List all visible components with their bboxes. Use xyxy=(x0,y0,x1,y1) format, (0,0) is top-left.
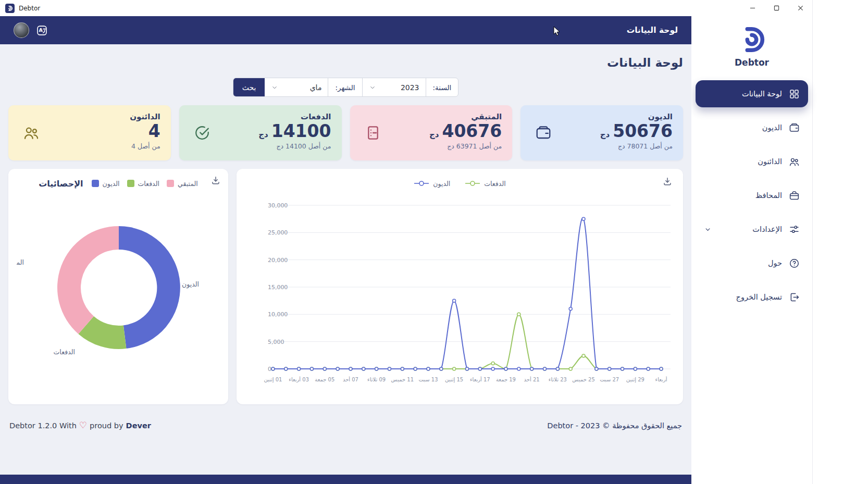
legend-item[interactable]: الديون xyxy=(92,180,120,188)
logout-icon xyxy=(789,292,800,303)
main-area: لوحة البيانات A لوحة البيانات السنة: 202… xyxy=(0,16,691,484)
sidebar-item-settings[interactable]: الإعدادات xyxy=(696,216,808,243)
svg-text:23 ثلاثاء: 23 ثلاثاء xyxy=(549,377,567,382)
chevron-down-icon xyxy=(704,226,712,233)
app-logo-icon xyxy=(5,4,15,13)
svg-text:15,000: 15,000 xyxy=(268,284,288,291)
svg-text:17 أربعاء: 17 أربعاء xyxy=(470,376,490,382)
sliders-icon xyxy=(789,224,800,235)
svg-text:21 أحد: 21 أحد xyxy=(524,376,540,382)
users-icon xyxy=(23,125,40,141)
wallet-icon xyxy=(789,122,800,133)
svg-text:13 سبت: 13 سبت xyxy=(418,377,438,382)
stat-subtitle: من أصل 63971 دج xyxy=(361,142,502,150)
titlebar: Debtor xyxy=(0,0,812,16)
dever-brand: Dever xyxy=(126,421,151,430)
stat-title: الدائنون xyxy=(19,112,160,121)
legend-swatch xyxy=(167,180,174,187)
svg-text:19 جمعة: 19 جمعة xyxy=(496,377,516,382)
sidebar-item-label: تسجيل الخروج xyxy=(736,293,782,301)
topbar-actions: A xyxy=(14,22,48,38)
sidebar-item-label: لوحة البيانات xyxy=(742,90,782,98)
legend-item[interactable]: الدفعات xyxy=(465,180,505,188)
donut-label: الدفعات xyxy=(54,348,75,356)
stat-card-invoice: المتبقي40676دجمن أصل 63971 دج xyxy=(350,105,513,160)
svg-text:09 ثلاثاء: 09 ثلاثاء xyxy=(367,377,386,382)
minimize-button[interactable] xyxy=(740,0,764,16)
purse-icon xyxy=(789,190,800,201)
svg-text:25 خميس: 25 خميس xyxy=(572,377,595,382)
month-select[interactable]: ماي xyxy=(265,78,328,96)
sidebar-item-about[interactable]: حول xyxy=(696,250,808,277)
donut-label: الديون xyxy=(182,280,199,289)
close-button[interactable] xyxy=(788,0,812,16)
app-window: Debtor Debtor لوحة البياناتالديونالدائنو… xyxy=(0,0,813,484)
stat-value: 50676دج xyxy=(531,122,673,141)
stat-card-users: الدائنون4من أصل 4 xyxy=(8,105,171,160)
page-title: لوحة البيانات xyxy=(8,56,683,69)
donut-segment-3 xyxy=(57,226,119,334)
line-chart-card: الديونالدفعات 05,00010,00015,00020,00025… xyxy=(237,169,683,404)
stat-subtitle: من أصل 4 xyxy=(19,142,160,150)
users-icon xyxy=(789,156,800,167)
footer: جميع الحقوق محفوظة © Debtor - 2023 Debto… xyxy=(8,421,683,430)
svg-text:05 جمعة: 05 جمعة xyxy=(315,377,334,382)
svg-text:0: 0 xyxy=(268,366,271,373)
month-value: ماي xyxy=(310,83,322,92)
stat-card-wallet: الديون50676دجمن أصل 78071 دج xyxy=(520,105,683,160)
search-button[interactable]: بحث xyxy=(233,78,265,96)
stat-value: 40676دج xyxy=(361,122,502,141)
stat-value: 14100دج xyxy=(190,122,331,141)
svg-text:29 إثنين: 29 إثنين xyxy=(626,377,644,383)
translate-icon[interactable]: A xyxy=(36,24,48,36)
sidebar-item-label: حول xyxy=(768,259,782,267)
charts-row: الديونالدفعات 05,00010,00015,00020,00025… xyxy=(8,169,683,404)
stat-subtitle: من أصل 14100 دج xyxy=(190,142,331,150)
wallet-icon xyxy=(535,125,552,141)
version-prefix: Debtor 1.2.0 With xyxy=(9,421,77,430)
sidebar-item-logout[interactable]: تسجيل الخروج xyxy=(696,283,808,311)
year-label: السنة: xyxy=(426,78,458,96)
window-title: Debtor xyxy=(19,5,40,12)
legend-swatch xyxy=(92,180,99,187)
version-suffix: proud by xyxy=(90,421,123,430)
donut-chart: الديونالدفعاتالمتبقي xyxy=(17,192,220,396)
download-icon[interactable] xyxy=(662,176,673,187)
sidebar-item-label: الدائنون xyxy=(758,157,782,166)
legend-item[interactable]: الديون xyxy=(414,180,450,188)
help-icon xyxy=(789,258,800,269)
sidebar-item-wallets[interactable]: المحافظ xyxy=(696,182,808,209)
svg-text:07 أحد: 07 أحد xyxy=(343,376,358,382)
avatar[interactable] xyxy=(14,22,29,38)
svg-text:A: A xyxy=(39,27,43,33)
year-select[interactable]: 2023 xyxy=(363,78,426,96)
sidebar-item-label: الديون xyxy=(762,123,782,132)
svg-text:أربعاء: أربعاء xyxy=(655,376,667,382)
svg-text:11 خميس: 11 خميس xyxy=(391,377,414,382)
svg-text:03 أربعاء: 03 أربعاء xyxy=(289,376,309,382)
download-icon[interactable] xyxy=(210,175,221,185)
line-chart: 05,00010,00015,00020,00025,00030,00001 إ… xyxy=(245,192,675,396)
app-version-text: Debtor 1.2.0 With ♡ proud by Dever xyxy=(9,421,151,430)
sidebar-item-dashboard[interactable]: لوحة البيانات xyxy=(696,80,808,107)
legend-item[interactable]: المتبقي xyxy=(167,180,198,188)
legend-item[interactable]: الدفعات xyxy=(127,180,159,188)
filter-group: السنة: 2023 الشهر: ماي بحث xyxy=(233,78,459,97)
heart-icon: ♡ xyxy=(79,421,87,430)
maximize-button[interactable] xyxy=(764,0,788,16)
copyright-text: جميع الحقوق محفوظة © Debtor - 2023 xyxy=(547,421,682,430)
stat-subtitle: من أصل 78071 دج xyxy=(531,142,673,150)
donut-segment-1 xyxy=(119,226,180,349)
stat-value: 4 xyxy=(19,122,160,141)
svg-text:27 سبت: 27 سبت xyxy=(600,377,619,382)
brand-logo-icon xyxy=(737,24,767,55)
svg-text:30,000: 30,000 xyxy=(268,202,288,209)
sidebar-item-debts[interactable]: الديون xyxy=(696,114,808,141)
sidebar-item-creditors[interactable]: الدائنون xyxy=(696,148,808,175)
bottom-strip xyxy=(0,475,691,484)
invoice-icon xyxy=(365,125,381,141)
titlebar-left: Debtor xyxy=(0,4,40,13)
donut-label: المتبقي xyxy=(17,258,24,266)
topbar-title: لوحة البيانات xyxy=(627,26,678,35)
sidebar: Debtor لوحة البياناتالديونالدائنونالمحاف… xyxy=(691,16,812,484)
